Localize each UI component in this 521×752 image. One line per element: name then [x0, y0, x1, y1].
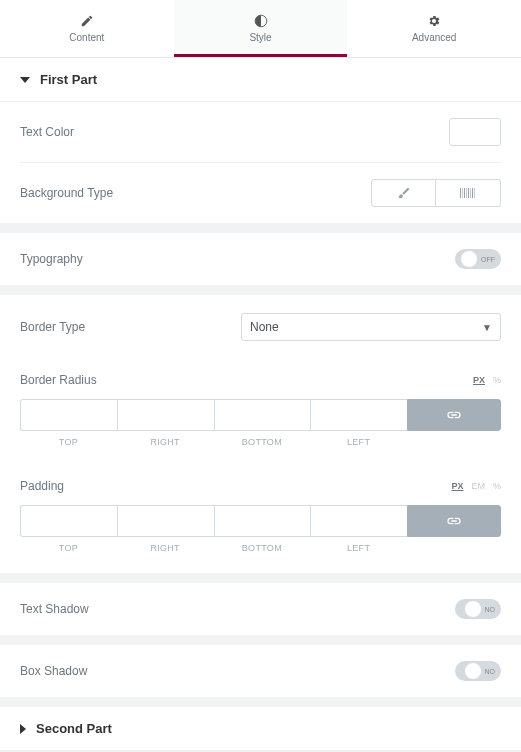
- text-color-label: Text Color: [20, 125, 74, 139]
- bg-type-label: Background Type: [20, 186, 113, 200]
- pos-right-2: RIGHT: [150, 543, 180, 553]
- border-radius-link[interactable]: [407, 399, 501, 431]
- pos-bottom-2: BOTTOM: [242, 543, 282, 553]
- pos-left-2: LEFT: [347, 543, 370, 553]
- unit-pct[interactable]: %: [493, 375, 501, 385]
- chevron-down-icon: ▼: [482, 322, 492, 333]
- typography-toggle[interactable]: OFF: [455, 249, 501, 269]
- svg-rect-7: [472, 188, 473, 198]
- text-color-picker[interactable]: [449, 118, 501, 146]
- caret-down-icon: [20, 77, 30, 83]
- caret-right-icon: [20, 724, 26, 734]
- section-second-part[interactable]: Second Part: [0, 707, 521, 751]
- bg-type-group: [371, 179, 501, 207]
- unit-px[interactable]: PX: [473, 375, 485, 385]
- tab-style-label: Style: [249, 32, 271, 43]
- tab-advanced-label: Advanced: [412, 32, 456, 43]
- section-first-part[interactable]: First Part: [0, 58, 521, 102]
- toggle-knob: [465, 663, 481, 679]
- padding-units: PX EM %: [451, 481, 501, 491]
- typography-toggle-label: OFF: [481, 256, 495, 263]
- section-second-label: Second Part: [36, 721, 112, 736]
- border-type-select[interactable]: None ▼: [241, 313, 501, 341]
- typography-label: Typography: [20, 252, 83, 266]
- border-type-label: Border Type: [20, 320, 85, 334]
- text-shadow-label: Text Shadow: [20, 602, 89, 616]
- tab-advanced[interactable]: Advanced: [347, 0, 521, 57]
- box-shadow-toggle-label: NO: [485, 668, 496, 675]
- link-icon: [446, 407, 462, 423]
- unit-pct-2[interactable]: %: [493, 481, 501, 491]
- svg-rect-2: [462, 188, 463, 198]
- pencil-icon: [80, 14, 94, 28]
- unit-px-2[interactable]: PX: [451, 481, 463, 491]
- svg-rect-4: [466, 188, 467, 198]
- border-radius-label: Border Radius: [20, 373, 97, 387]
- bg-type-gradient[interactable]: [436, 179, 501, 207]
- unit-em[interactable]: EM: [471, 481, 485, 491]
- gear-icon: [427, 14, 441, 28]
- tab-style[interactable]: Style: [174, 0, 348, 57]
- padding-top[interactable]: [20, 505, 117, 537]
- box-shadow-label: Box Shadow: [20, 664, 87, 678]
- box-shadow-toggle[interactable]: NO: [455, 661, 501, 681]
- padding-left[interactable]: [310, 505, 407, 537]
- padding-right[interactable]: [117, 505, 214, 537]
- pos-top-2: TOP: [59, 543, 78, 553]
- tab-content-label: Content: [69, 32, 104, 43]
- padding-label: Padding: [20, 479, 64, 493]
- half-circle-icon: [254, 14, 268, 28]
- bg-type-classic[interactable]: [371, 179, 436, 207]
- text-shadow-toggle-label: NO: [485, 606, 496, 613]
- toggle-knob: [465, 601, 481, 617]
- svg-rect-8: [474, 188, 475, 198]
- border-type-value: None: [250, 320, 279, 334]
- padding-bottom[interactable]: [214, 505, 311, 537]
- padding-link[interactable]: [407, 505, 501, 537]
- border-radius-units: PX %: [473, 375, 501, 385]
- border-radius-right[interactable]: [117, 399, 214, 431]
- svg-rect-6: [470, 188, 471, 198]
- svg-rect-3: [464, 188, 465, 198]
- svg-rect-1: [460, 188, 461, 198]
- barcode-icon: [460, 188, 476, 198]
- pos-bottom: BOTTOM: [242, 437, 282, 447]
- link-icon: [446, 513, 462, 529]
- border-radius-bottom[interactable]: [214, 399, 311, 431]
- padding-inputs: TOP RIGHT BOTTOM LEFT: [20, 505, 501, 553]
- section-first-label: First Part: [40, 72, 97, 87]
- tab-content[interactable]: Content: [0, 0, 174, 57]
- text-shadow-toggle[interactable]: NO: [455, 599, 501, 619]
- toggle-knob: [461, 251, 477, 267]
- pos-left: LEFT: [347, 437, 370, 447]
- pos-top: TOP: [59, 437, 78, 447]
- border-radius-top[interactable]: [20, 399, 117, 431]
- pos-right: RIGHT: [150, 437, 180, 447]
- border-radius-left[interactable]: [310, 399, 407, 431]
- border-radius-inputs: TOP RIGHT BOTTOM LEFT: [20, 399, 501, 447]
- svg-rect-5: [468, 188, 469, 198]
- brush-icon: [397, 186, 411, 200]
